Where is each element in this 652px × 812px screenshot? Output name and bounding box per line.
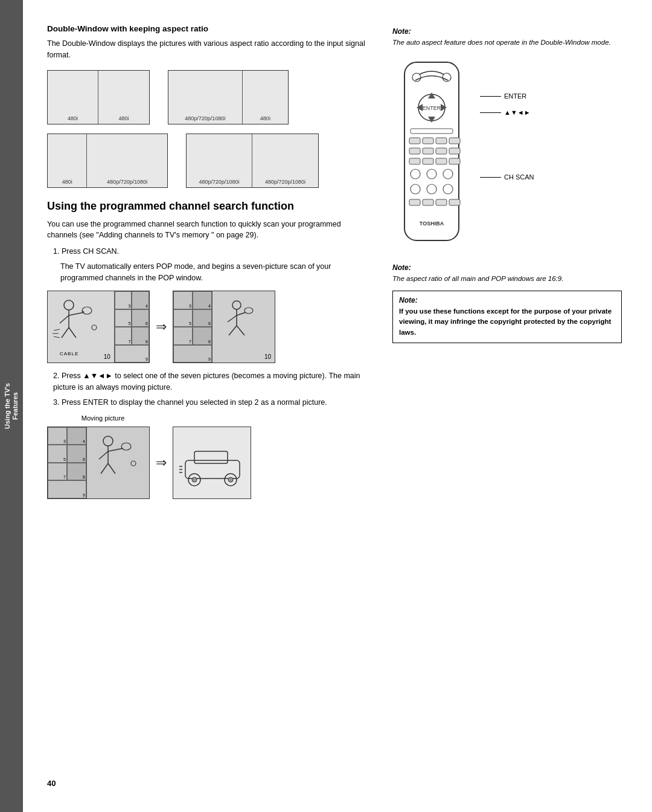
pop-r-cell-5: 7 (173, 327, 193, 345)
moving-box-left: 3 4 5 6 7 8 9 (47, 427, 150, 499)
main-pic-area: CABLE 10 (48, 291, 115, 362)
svg-text:TOSHIBA: TOSHIBA (420, 221, 444, 227)
svg-rect-64 (409, 199, 420, 205)
mv-cell-2: 4 (67, 427, 86, 445)
side-tab: Using the TV's Features (0, 0, 23, 812)
svg-line-14 (228, 315, 237, 322)
pop-cell-2: 4 (132, 291, 149, 309)
svg-rect-28 (194, 451, 228, 463)
svg-point-60 (443, 169, 453, 179)
pop-r-cell-4: 6 (193, 309, 212, 327)
pop-cell-4: 6 (132, 309, 149, 327)
svg-line-22 (108, 448, 123, 451)
svg-point-37 (412, 73, 421, 82)
svg-point-26 (131, 461, 136, 466)
car-figure-svg (179, 430, 251, 499)
svg-rect-49 (449, 138, 460, 144)
pane-1b: 480i (98, 71, 149, 124)
note1-label: Note: (392, 27, 622, 36)
mv-cell-5: 7 (48, 463, 67, 481)
svg-rect-45 (411, 129, 453, 134)
svg-rect-56 (436, 158, 447, 164)
svg-line-24 (101, 463, 108, 474)
mv-cell-1: 3 (48, 427, 67, 445)
step-3: 3. Press ENTER to display the channel yo… (53, 397, 368, 408)
diagram-2-wrap: 480p/720p/1080i 480i (168, 70, 289, 124)
pop-r-cell-7: 9 (173, 345, 212, 363)
svg-marker-43 (417, 104, 423, 111)
enter-annotation: ENTER (480, 92, 534, 100)
double-window-heading: Double-Window with keeping aspect ratio (47, 24, 368, 33)
svg-point-61 (411, 184, 420, 194)
pop-r-cell-6: 8 (193, 327, 212, 345)
diagram-2: 480p/720p/1080i 480i (168, 70, 289, 124)
svg-rect-48 (436, 138, 447, 144)
pane-4a: 480p/720p/1080i (187, 134, 252, 187)
svg-rect-67 (449, 199, 460, 205)
double-window-section: Double-Window with keeping aspect ratio … (47, 24, 368, 188)
svg-point-16 (245, 308, 253, 314)
svg-point-12 (232, 301, 241, 309)
step1-sub: The TV automatically enters POP mode, an… (60, 261, 368, 284)
pop-grid: 3 4 5 6 7 8 9 (115, 291, 149, 362)
double-window-body: The Double-Window displays the pictures … (47, 38, 368, 61)
pane-4b: 480p/720p/1080i (252, 134, 318, 187)
step-1: 1. Press CH SCAN. (53, 246, 368, 257)
note3-box: Note: If you use these functions except … (392, 291, 622, 343)
diagram-4: 480p/720p/1080i 480p/720p/1080i (186, 134, 319, 188)
svg-line-15 (237, 312, 246, 315)
moving-box-single (173, 427, 251, 499)
svg-rect-50 (409, 148, 420, 154)
moving-picture-label: Moving picture (47, 414, 159, 422)
note2-block: Note: The aspect ratio of all main and P… (392, 263, 622, 283)
two-column-layout: Double-Window with keeping aspect ratio … (47, 24, 622, 504)
svg-rect-46 (409, 138, 420, 144)
svg-point-62 (427, 184, 436, 194)
arrows-label: ▲▼◄► (504, 109, 531, 116)
svg-line-2 (60, 315, 69, 323)
pop-cell-5: 7 (115, 327, 132, 345)
note3-text: If you use these functions except for th… (399, 306, 615, 338)
svg-rect-52 (436, 148, 447, 154)
moving-diagrams: 3 4 5 6 7 8 9 (47, 427, 368, 499)
main-right-area: 10 (212, 291, 275, 362)
svg-rect-51 (423, 148, 433, 154)
svg-rect-53 (449, 148, 460, 154)
pop-r-cell-1: 3 (173, 291, 193, 309)
moving-grid: 3 4 5 6 7 8 9 (48, 427, 86, 498)
svg-rect-66 (436, 199, 447, 205)
scan-box-right: 3 4 5 6 7 8 9 (173, 291, 275, 363)
tennis-figure-svg (51, 294, 105, 355)
svg-point-4 (82, 307, 92, 314)
aspect-diagrams: 480i 480i (47, 70, 368, 188)
svg-point-8 (92, 325, 97, 330)
svg-point-19 (103, 436, 113, 446)
svg-line-18 (237, 326, 245, 335)
mv-cell-7: 9 (48, 480, 86, 498)
page: Using the TV's Features Double-Window wi… (0, 0, 652, 812)
cable-text: CABLE (60, 351, 78, 356)
moving-main-area (86, 427, 149, 498)
diagram-4-wrap: 480p/720p/1080i 480p/720p/1080i (186, 134, 319, 188)
step2-label: 2. (53, 372, 62, 380)
main-content: Double-Window with keeping aspect ratio … (23, 0, 652, 812)
svg-point-38 (443, 73, 451, 82)
svg-rect-57 (449, 158, 460, 164)
svg-line-17 (229, 326, 237, 335)
svg-line-21 (99, 451, 108, 459)
arrows-annotation: ▲▼◄► (480, 109, 534, 116)
svg-line-7 (69, 327, 76, 338)
pop-cell-1: 3 (115, 291, 132, 309)
note1-text: The auto aspect feature does not operate… (392, 37, 622, 47)
arrow-right-2: ⇒ (156, 455, 167, 471)
remote-annotations: ENTER ▲▼◄► CH SCAN (480, 59, 534, 181)
step1-label: 1. (53, 247, 62, 256)
svg-rect-65 (423, 199, 433, 205)
svg-line-3 (69, 312, 84, 315)
pane-3a: 480i (48, 134, 87, 187)
pop-cell-6: 8 (132, 327, 149, 345)
pane-2a: 480p/720p/1080i (168, 71, 243, 124)
mv-cell-3: 5 (48, 445, 67, 463)
chscan-annotation: CH SCAN (480, 173, 534, 181)
arrow-right-1: ⇒ (156, 319, 167, 335)
